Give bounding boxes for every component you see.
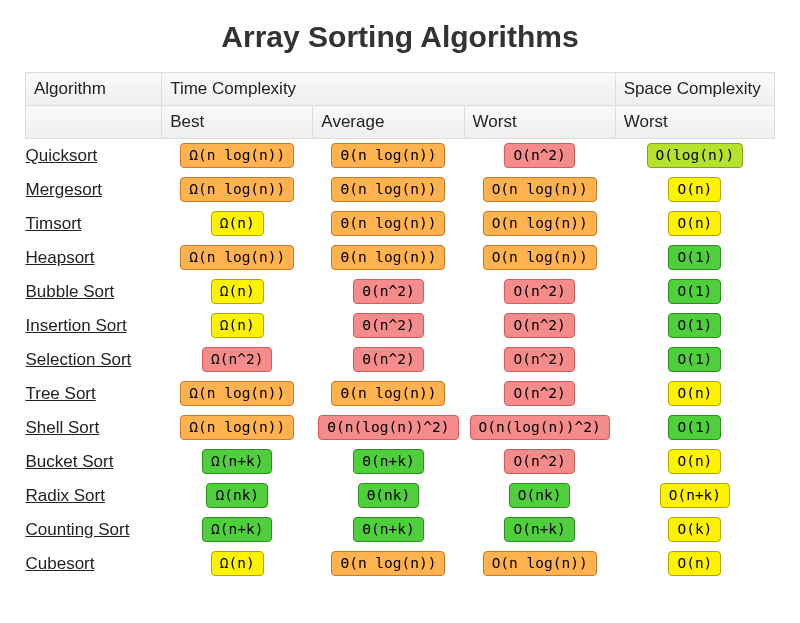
complexity-pill: Ω(n log(n)) [180, 245, 294, 270]
complexity-pill: Ω(n+k) [202, 449, 272, 474]
algorithm-link[interactable]: Shell Sort [26, 418, 100, 437]
complexity-pill: O(k) [668, 517, 721, 542]
complexity-pill: O(n^2) [504, 279, 574, 304]
algorithm-link[interactable]: Mergesort [26, 180, 103, 199]
table-row: Tree SortΩ(n log(n))Θ(n log(n))O(n^2)O(n… [26, 377, 775, 411]
complexity-pill: O(n(log(n))^2) [470, 415, 610, 440]
complexity-pill: O(n) [668, 551, 721, 576]
complexity-pill: Θ(n log(n)) [331, 381, 445, 406]
table-row: TimsortΩ(n)Θ(n log(n))O(n log(n))O(n) [26, 207, 775, 241]
complexity-pill: Θ(n log(n)) [331, 211, 445, 236]
complexity-pill: Ω(n+k) [202, 517, 272, 542]
table-row: Bubble SortΩ(n)Θ(n^2)O(n^2)O(1) [26, 275, 775, 309]
header-time-complexity: Time Complexity [162, 73, 616, 106]
complexity-pill: Θ(n^2) [353, 279, 423, 304]
table-row: HeapsortΩ(n log(n))Θ(n log(n))O(n log(n)… [26, 241, 775, 275]
complexity-pill: Θ(n log(n)) [331, 551, 445, 576]
complexity-pill: Θ(n^2) [353, 347, 423, 372]
algorithm-link[interactable]: Bubble Sort [26, 282, 115, 301]
complexity-pill: O(nk) [509, 483, 571, 508]
algorithm-link[interactable]: Quicksort [26, 146, 98, 165]
header-worst-space: Worst [615, 106, 774, 139]
table-row: QuicksortΩ(n log(n))Θ(n log(n))O(n^2)O(l… [26, 139, 775, 173]
table-row: Selection SortΩ(n^2)Θ(n^2)O(n^2)O(1) [26, 343, 775, 377]
complexity-pill: Ω(n^2) [202, 347, 272, 372]
complexity-pill: Ω(n log(n)) [180, 381, 294, 406]
complexity-pill: Θ(n(log(n))^2) [318, 415, 458, 440]
complexity-pill: Θ(n^2) [353, 313, 423, 338]
complexity-pill: Ω(n log(n)) [180, 415, 294, 440]
sorting-table: Algorithm Time Complexity Space Complexi… [25, 72, 775, 581]
header-best: Best [162, 106, 313, 139]
complexity-pill: O(n+k) [504, 517, 574, 542]
complexity-pill: Ω(n) [211, 279, 264, 304]
algorithm-link[interactable]: Tree Sort [26, 384, 96, 403]
complexity-pill: O(n^2) [504, 313, 574, 338]
complexity-pill: O(1) [668, 279, 721, 304]
page-title: Array Sorting Algorithms [25, 20, 775, 54]
complexity-pill: Θ(n log(n)) [331, 177, 445, 202]
complexity-pill: O(1) [668, 313, 721, 338]
header-average: Average [313, 106, 464, 139]
complexity-pill: O(n) [668, 211, 721, 236]
table-row: Radix SortΩ(nk)Θ(nk)O(nk)O(n+k) [26, 479, 775, 513]
complexity-pill: Ω(n) [211, 551, 264, 576]
complexity-pill: O(n) [668, 381, 721, 406]
complexity-pill: O(n log(n)) [483, 551, 597, 576]
complexity-pill: O(n log(n)) [483, 245, 597, 270]
complexity-pill: Ω(n log(n)) [180, 177, 294, 202]
complexity-pill: O(n+k) [660, 483, 730, 508]
algorithm-link[interactable]: Bucket Sort [26, 452, 114, 471]
algorithm-link[interactable]: Selection Sort [26, 350, 132, 369]
complexity-pill: Ω(n log(n)) [180, 143, 294, 168]
complexity-pill: O(n) [668, 449, 721, 474]
complexity-pill: O(n^2) [504, 143, 574, 168]
table-row: MergesortΩ(n log(n))Θ(n log(n))O(n log(n… [26, 173, 775, 207]
algorithm-link[interactable]: Cubesort [26, 554, 95, 573]
complexity-pill: Θ(n log(n)) [331, 143, 445, 168]
algorithm-link[interactable]: Insertion Sort [26, 316, 127, 335]
algorithm-link[interactable]: Timsort [26, 214, 82, 233]
complexity-pill: O(1) [668, 347, 721, 372]
complexity-pill: Ω(n) [211, 211, 264, 236]
complexity-pill: Θ(nk) [358, 483, 420, 508]
complexity-pill: Ω(n) [211, 313, 264, 338]
header-space-complexity: Space Complexity [615, 73, 774, 106]
algorithm-link[interactable]: Radix Sort [26, 486, 105, 505]
table-row: Shell SortΩ(n log(n))Θ(n(log(n))^2)O(n(l… [26, 411, 775, 445]
complexity-pill: O(n^2) [504, 449, 574, 474]
table-row: Bucket SortΩ(n+k)Θ(n+k)O(n^2)O(n) [26, 445, 775, 479]
complexity-pill: O(n) [668, 177, 721, 202]
table-row: Counting SortΩ(n+k)Θ(n+k)O(n+k)O(k) [26, 513, 775, 547]
header-worst-time: Worst [464, 106, 615, 139]
table-row: CubesortΩ(n)Θ(n log(n))O(n log(n))O(n) [26, 547, 775, 581]
complexity-pill: O(n^2) [504, 347, 574, 372]
complexity-pill: O(n log(n)) [483, 177, 597, 202]
header-blank [26, 106, 162, 139]
complexity-pill: O(1) [668, 415, 721, 440]
header-algorithm: Algorithm [26, 73, 162, 106]
table-row: Insertion SortΩ(n)Θ(n^2)O(n^2)O(1) [26, 309, 775, 343]
algorithm-link[interactable]: Heapsort [26, 248, 95, 267]
algorithm-link[interactable]: Counting Sort [26, 520, 130, 539]
complexity-pill: Ω(nk) [206, 483, 268, 508]
complexity-pill: O(n log(n)) [483, 211, 597, 236]
complexity-pill: Θ(n+k) [353, 449, 423, 474]
complexity-pill: Θ(n+k) [353, 517, 423, 542]
complexity-pill: Θ(n log(n)) [331, 245, 445, 270]
complexity-pill: O(1) [668, 245, 721, 270]
complexity-pill: O(n^2) [504, 381, 574, 406]
complexity-pill: O(log(n)) [647, 143, 744, 168]
